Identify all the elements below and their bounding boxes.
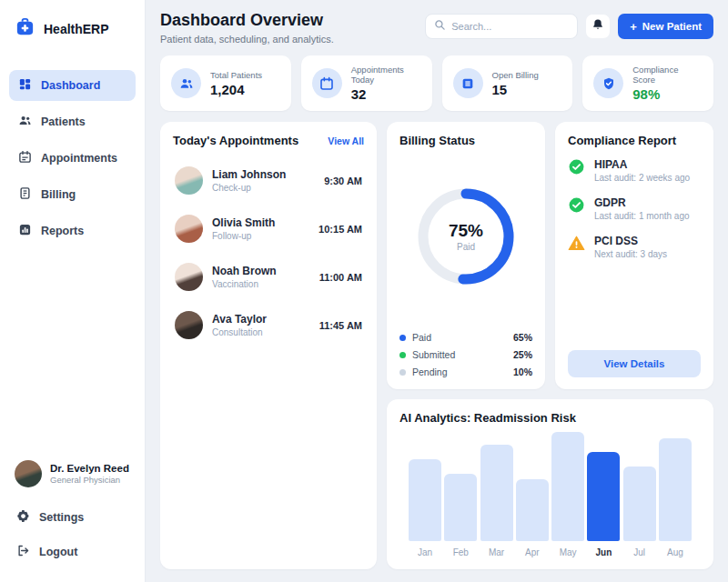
legend-label: Paid xyxy=(412,332,431,343)
billing-stat-icon xyxy=(453,68,483,98)
compliance-note: Last audit: 1 month ago xyxy=(594,211,690,221)
calendar-stat-icon xyxy=(312,68,342,98)
appointment-row[interactable]: Noah BrownVaccination 11:00 AM xyxy=(173,253,364,301)
patient-name: Olivia Smith xyxy=(212,216,275,229)
patient-name: Noah Brown xyxy=(212,265,277,277)
warning-triangle-icon xyxy=(568,235,585,252)
legend-value: 10% xyxy=(513,366,532,377)
bar-jul[interactable] xyxy=(623,467,656,541)
appointment-row[interactable]: Olivia SmithFollow-up 10:15 AM xyxy=(173,205,364,253)
compliance-note: Next audit: 3 days xyxy=(594,249,667,259)
patient-avatar xyxy=(175,311,203,339)
view-all-link[interactable]: View All xyxy=(328,135,364,146)
stat-card-compliance-score: Compliance Score 98% xyxy=(582,55,713,111)
appointment-time: 11:45 AM xyxy=(319,320,362,331)
appointment-row[interactable]: Ava TaylorConsultation 11:45 AM xyxy=(173,301,364,349)
bar-apr[interactable] xyxy=(516,479,549,541)
stat-card-total-patients: Total Patients 1,204 xyxy=(160,55,291,111)
appointment-time: 10:15 AM xyxy=(318,224,362,235)
legend-label: Submitted xyxy=(412,349,455,360)
appointment-row[interactable]: Liam JohnsonCheck-up 9:30 AM xyxy=(173,156,364,205)
bell-icon xyxy=(592,18,604,35)
analytics-title: AI Analytics: Readmission Risk xyxy=(399,411,701,425)
axis-label: Aug xyxy=(667,547,683,557)
sidebar-item-dashboard[interactable]: Dashboard xyxy=(9,70,136,101)
compliance-note: Last audit: 2 weeks ago xyxy=(594,173,690,183)
view-details-button[interactable]: View Details xyxy=(568,350,701,377)
sidebar-item-patients[interactable]: Patients xyxy=(9,106,136,137)
stat-card-open-billing: Open Billing 15 xyxy=(442,55,573,111)
bar-jun[interactable] xyxy=(587,452,620,541)
readmission-bar-chart: Jan Feb Mar Apr May Jun Jul Aug xyxy=(399,425,701,557)
topbar: Dashboard Overview Patient data, schedul… xyxy=(160,11,713,45)
search-box[interactable] xyxy=(425,14,578,39)
content-grid: Today's Appointments View All Liam Johns… xyxy=(160,122,713,569)
shield-check-icon xyxy=(593,68,623,98)
sidebar-item-billing[interactable]: Billing xyxy=(9,179,136,210)
bar-column-mar: Mar xyxy=(480,445,513,557)
sidebar-item-label: Patients xyxy=(41,115,86,128)
stat-label: Total Patients xyxy=(210,70,262,80)
legend-row-pending: Pending 10% xyxy=(399,366,532,377)
stat-card-appointments-today: Appointments Today 32 xyxy=(301,55,432,111)
gear-icon xyxy=(16,509,30,526)
patients-icon xyxy=(18,114,32,130)
notifications-button[interactable] xyxy=(585,14,611,39)
bar-mar[interactable] xyxy=(480,445,513,541)
reports-icon xyxy=(18,223,32,239)
main-content: Dashboard Overview Patient data, schedul… xyxy=(146,0,728,582)
compliance-name: GDPR xyxy=(594,196,690,209)
appointment-type: Check-up xyxy=(212,183,286,193)
sidebar-nav: Dashboard Patients Appointments Billing … xyxy=(0,70,145,246)
brand-name: HealthERP xyxy=(44,22,109,36)
page-title: Dashboard Overview xyxy=(160,11,334,30)
compliance-item-pci-dss: PCI DSSNext audit: 3 days xyxy=(568,235,701,259)
search-icon xyxy=(434,18,446,35)
billing-donut-chart: 75% Paid xyxy=(399,147,532,325)
stats-row: Total Patients 1,204 Appointments Today … xyxy=(160,55,713,111)
appointment-time: 9:30 AM xyxy=(324,176,362,186)
search-input[interactable] xyxy=(451,21,569,32)
bar-column-jun: Jun xyxy=(587,452,620,557)
patient-avatar xyxy=(175,215,203,243)
compliance-item-hipaa: HIPAALast audit: 2 weeks ago xyxy=(568,158,701,183)
sidebar-item-appointments[interactable]: Appointments xyxy=(9,143,136,174)
legend-value: 65% xyxy=(513,332,532,343)
compliance-report-card: Compliance Report HIPAALast audit: 2 wee… xyxy=(555,122,713,389)
donut-label: Paid xyxy=(457,242,475,252)
bar-aug[interactable] xyxy=(659,438,692,541)
brand: HealthERP xyxy=(0,15,145,61)
bar-column-jul: Jul xyxy=(623,467,656,557)
bar-feb[interactable] xyxy=(444,474,477,541)
axis-label: Jun xyxy=(596,547,612,557)
axis-label: Apr xyxy=(525,547,540,557)
bar-jan[interactable] xyxy=(409,459,441,541)
legend-row-paid: Paid 65% xyxy=(399,332,532,343)
bar-column-feb: Feb xyxy=(444,474,477,557)
bar-may[interactable] xyxy=(551,432,584,541)
patient-avatar xyxy=(175,166,203,195)
legend-row-submitted: Submitted 25% xyxy=(399,349,532,360)
axis-label: Jan xyxy=(418,547,432,557)
sidebar-item-reports[interactable]: Reports xyxy=(9,216,136,246)
stat-value: 1,204 xyxy=(210,82,262,97)
user-profile[interactable]: Dr. Evelyn Reed General Physician xyxy=(0,451,145,500)
sidebar-item-label: Dashboard xyxy=(41,79,100,92)
axis-label: May xyxy=(560,547,577,557)
patients-stat-icon xyxy=(171,68,201,98)
patient-avatar xyxy=(175,263,203,291)
logout-label: Logout xyxy=(39,546,77,558)
settings-label: Settings xyxy=(39,511,84,524)
compliance-list: HIPAALast audit: 2 weeks ago GDPRLast au… xyxy=(568,158,701,259)
billing-status-card: Billing Status 75% Paid xyxy=(387,122,545,389)
sidebar-item-label: Appointments xyxy=(41,152,117,165)
stat-value: 98% xyxy=(632,86,703,102)
submitted-dot xyxy=(399,352,406,358)
settings-link[interactable]: Settings xyxy=(0,500,145,535)
new-patient-button[interactable]: + New Patient xyxy=(618,14,713,39)
user-name: Dr. Evelyn Reed xyxy=(50,463,129,474)
check-circle-icon xyxy=(568,158,585,176)
bar-column-aug: Aug xyxy=(659,438,692,557)
top-actions: + New Patient xyxy=(425,14,713,39)
logout-link[interactable]: Logout xyxy=(0,535,145,569)
